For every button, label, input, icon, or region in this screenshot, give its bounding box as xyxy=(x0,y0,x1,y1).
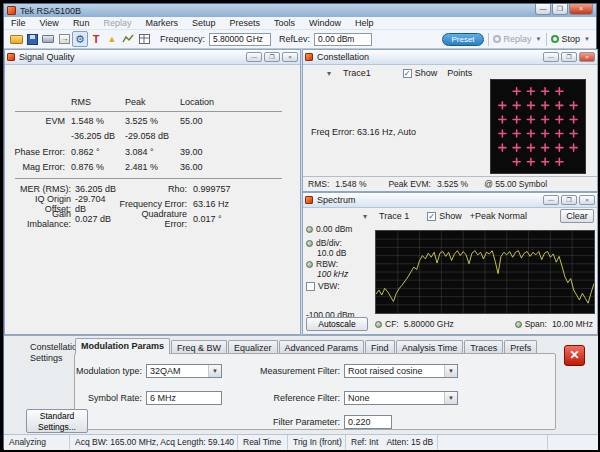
tab-freq-bw[interactable]: Freq & BW xyxy=(171,340,227,354)
measurement-filter-select[interactable]: Root raised cosine ▼ xyxy=(344,364,458,378)
modulation-type-field: Modulation type: 32QAM ▼ xyxy=(62,364,222,378)
table-row: Mag Error: 0.876 % 2.481 % 36.00 xyxy=(13,160,292,174)
minimize-button[interactable]: — xyxy=(246,52,262,62)
knob-icon[interactable] xyxy=(306,240,313,247)
close-button[interactable]: × xyxy=(579,195,595,205)
panel-title: Constellation xyxy=(317,52,369,62)
show-checkbox[interactable]: ✓ xyxy=(427,212,436,221)
tab-modulation-params[interactable]: Modulation Params xyxy=(75,338,170,354)
menubar: File View Run Replay Markers Setup Prese… xyxy=(4,17,596,30)
ref-level-control[interactable]: 0.00 dBm xyxy=(306,224,352,234)
rbw-value: 100 kHz xyxy=(317,269,348,279)
restore-button[interactable]: ❐ xyxy=(264,52,280,62)
restore-button[interactable]: ❐ xyxy=(561,195,577,205)
settings-gear-icon[interactable]: ⚙ xyxy=(72,31,88,47)
restore-button[interactable]: ❐ xyxy=(552,4,568,15)
minimize-button[interactable]: — xyxy=(543,195,559,205)
autoscale-button[interactable]: Autoscale xyxy=(306,317,368,331)
save-icon[interactable] xyxy=(24,31,40,47)
reference-filter-select[interactable]: None ▼ xyxy=(344,391,458,405)
show-checkbox[interactable]: ✓ xyxy=(403,69,412,78)
cf-value[interactable]: 5.80000 GHz xyxy=(404,319,454,329)
modulation-type-select[interactable]: 32QAM ▼ xyxy=(146,364,222,378)
chevron-down-icon[interactable]: ▾ xyxy=(327,69,331,78)
dbdiv-control[interactable]: dB/div: xyxy=(306,238,342,248)
trace-label[interactable]: Trace 1 xyxy=(379,211,409,221)
menu-file[interactable]: File xyxy=(4,17,33,30)
status-spacer xyxy=(548,435,598,450)
status-ref: Ref: Int xyxy=(351,435,378,450)
col-rms: RMS xyxy=(71,97,125,107)
knob-icon[interactable] xyxy=(306,226,313,233)
tab-traces[interactable]: Traces xyxy=(464,340,503,354)
menu-run[interactable]: Run xyxy=(66,17,97,30)
measurement-filter-field: Measurement Filter: Root raised cosine ▼ xyxy=(244,364,458,378)
stop-dropdown-caret[interactable]: ▼ xyxy=(584,36,590,42)
table-row: -36.205 dB -29.058 dB xyxy=(13,129,292,143)
rbw-control[interactable]: RBW: xyxy=(306,259,338,269)
tab-prefs[interactable]: Prefs xyxy=(504,340,537,354)
vbw-checkbox[interactable] xyxy=(306,282,315,291)
menu-tools[interactable]: Tools xyxy=(267,17,302,30)
status-state: Analyzing xyxy=(4,435,70,450)
menu-window[interactable]: Window xyxy=(302,17,348,30)
close-button[interactable]: × xyxy=(579,52,595,62)
spectrum-display[interactable] xyxy=(375,230,595,314)
symbol-rate-input[interactable]: 6 MHz xyxy=(146,391,222,405)
clear-button[interactable]: Clear xyxy=(560,209,594,223)
minimize-button[interactable]: — xyxy=(543,52,559,62)
toolbar: ⚙ T ▲ Frequency: 5.80000 GHz RefLev: 0.0… xyxy=(4,30,596,49)
tab-equalizer[interactable]: Equalizer xyxy=(228,340,278,354)
tab-find[interactable]: Find xyxy=(365,340,395,354)
replay-dropdown-caret[interactable]: ▼ xyxy=(536,36,542,42)
display-layout-icon[interactable] xyxy=(136,31,152,47)
symbol-location: @ 55.00 Symbol xyxy=(484,179,547,189)
menu-setup[interactable]: Setup xyxy=(185,17,223,30)
filter-parameter-field: Filter Parameter: 0.220 xyxy=(244,415,392,429)
filter-parameter-input[interactable]: 0.220 xyxy=(344,415,392,429)
stop-button[interactable]: Stop xyxy=(551,34,581,44)
knob-icon[interactable] xyxy=(515,321,522,328)
menu-view[interactable]: View xyxy=(33,17,66,30)
tab-analysis-time[interactable]: Analysis Time xyxy=(396,340,464,354)
reflev-input[interactable]: 0.00 dBm xyxy=(314,33,372,46)
symbol-rate-label: Symbol Rate: xyxy=(62,393,146,403)
points-mode-label[interactable]: Points xyxy=(447,68,472,78)
recall-setup-icon[interactable] xyxy=(56,31,72,47)
freq-error-text: Freq Error: 63.16 Hz, Auto xyxy=(311,127,416,137)
signal-quality-header[interactable]: Signal Quality — ❐ × xyxy=(5,50,300,65)
print-icon[interactable] xyxy=(40,31,56,47)
knob-icon[interactable] xyxy=(375,321,382,328)
marker-trace-icon[interactable] xyxy=(120,31,136,47)
restore-button[interactable]: ❐ xyxy=(561,52,577,62)
frequency-input[interactable]: 5.80000 GHz xyxy=(209,33,271,46)
text-marker-icon[interactable]: T xyxy=(88,31,104,47)
vbw-control[interactable]: VBW: xyxy=(306,281,340,291)
span-value[interactable]: 10.00 MHz xyxy=(552,319,593,329)
detector-label[interactable]: +Peak Normal xyxy=(470,211,527,221)
menu-markers[interactable]: Markers xyxy=(138,17,185,30)
minimize-button[interactable]: — xyxy=(535,4,551,15)
knob-icon[interactable] xyxy=(306,261,313,268)
constellation-header[interactable]: Constellation — ❐ × xyxy=(303,50,597,65)
panel-icon xyxy=(305,53,313,61)
cf-label: CF: xyxy=(385,319,399,329)
tab-advanced-params[interactable]: Advanced Params xyxy=(279,340,365,354)
trace-label[interactable]: Trace1 xyxy=(343,68,371,78)
open-icon[interactable] xyxy=(8,31,24,47)
settings-close-button[interactable]: ✕ xyxy=(564,345,585,366)
menu-help[interactable]: Help xyxy=(348,17,381,30)
standard-settings-button[interactable]: Standard Settings... xyxy=(26,409,88,433)
table-row: EVM 1.548 % 3.525 % 55.00 xyxy=(13,114,292,128)
close-button[interactable]: × xyxy=(282,52,298,62)
menu-presets[interactable]: Presets xyxy=(222,17,267,30)
marker-peak-icon[interactable]: ▲ xyxy=(104,31,120,47)
replay-icon xyxy=(493,35,501,43)
preset-button[interactable]: Preset xyxy=(442,33,483,46)
constellation-display[interactable] xyxy=(490,79,586,174)
peak-evm-value: 3.525 % xyxy=(437,179,468,189)
close-button[interactable]: × xyxy=(569,4,593,15)
chevron-down-icon[interactable]: ▾ xyxy=(363,212,367,221)
spectrum-header[interactable]: Spectrum — ❐ × xyxy=(303,193,597,208)
panel-icon xyxy=(7,53,15,61)
